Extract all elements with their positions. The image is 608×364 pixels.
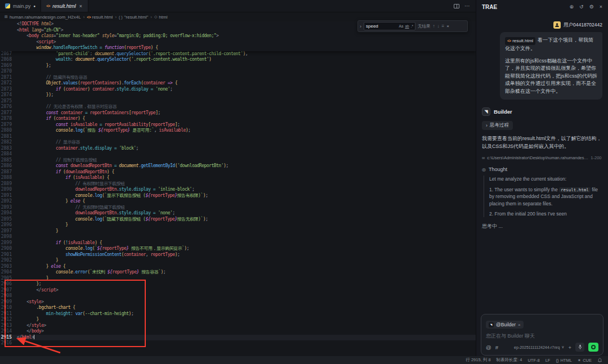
code-line[interactable]: 2879 const isAvailable = reportAvailabil… bbox=[0, 122, 476, 128]
breadcrumb-symbol[interactable]: ( ) "result.html" bbox=[119, 15, 148, 20]
thought-process-toggle[interactable]: › 思考过程 bbox=[482, 121, 513, 130]
match-case-icon[interactable]: Aa bbox=[399, 24, 403, 28]
code-line[interactable]: 2896 } bbox=[0, 222, 476, 228]
sticky-line[interactable]: window.handleReportSwitch = function(rep… bbox=[0, 45, 476, 51]
language-mode[interactable]: {} HTML bbox=[556, 358, 571, 363]
whole-word-icon[interactable]: ab bbox=[405, 24, 409, 28]
code-line[interactable]: 2886 const downloadReportBtn = document.… bbox=[0, 163, 476, 169]
tab-close-icon[interactable]: × bbox=[79, 3, 83, 9]
model-selector[interactable]: ep-20251111124244-r7nrq ∨ bbox=[514, 345, 564, 349]
sticky-line[interactable]: <body class="inner has-header" style="ma… bbox=[0, 33, 476, 39]
history-icon[interactable]: ↺ bbox=[579, 4, 584, 10]
tab-size[interactable]: 制表符长度: 4 bbox=[497, 357, 522, 363]
encoding[interactable]: UTF-8 bbox=[527, 358, 539, 363]
code-line[interactable]: 2874 }); bbox=[0, 92, 476, 98]
file-reference[interactable]: ∞ c:\Users\Administrator\Desktop\human.r… bbox=[482, 155, 602, 160]
code-line[interactable]: 2868 wealth: document.querySelector('.re… bbox=[0, 57, 476, 63]
tab-result-html[interactable]: <> result.html × bbox=[41, 0, 88, 12]
chip-close-icon[interactable]: × bbox=[518, 322, 521, 327]
code-line[interactable]: 2878 if (container) { bbox=[0, 116, 476, 122]
code-line[interactable]: 2885 // 控制下载报告按钮 bbox=[0, 158, 476, 164]
code-line[interactable]: 2888 if (isAvailable) { bbox=[0, 175, 476, 181]
cursor-position[interactable]: 行 2915, 列 8 bbox=[466, 357, 490, 363]
notifications-bell[interactable] bbox=[597, 358, 602, 363]
find-next-icon[interactable]: ↓ bbox=[437, 24, 440, 29]
code-line[interactable]: 2904 console.error(`未找到 ${reportType} 报告… bbox=[0, 269, 476, 276]
code-line[interactable]: 2871 // 隐藏所有报告容器 bbox=[0, 75, 476, 81]
toggle-replace-icon[interactable]: › bbox=[360, 24, 361, 29]
send-button[interactable] bbox=[588, 343, 598, 352]
code-line[interactable]: 2873 if (container) container.style.disp… bbox=[0, 87, 476, 93]
new-chat-icon[interactable]: ⊕ bbox=[570, 4, 574, 10]
code-editor[interactable]: <!DOCTYPE html><html lang="zh-CN"> <body… bbox=[0, 21, 476, 356]
close-panel-icon[interactable]: × bbox=[600, 4, 602, 10]
hashtag-icon[interactable]: # bbox=[495, 344, 498, 350]
code-line[interactable]: 2906 }; bbox=[0, 281, 476, 287]
code-line[interactable]: 2875 bbox=[0, 98, 476, 105]
cue-status[interactable]: ✶ CUE bbox=[578, 358, 592, 363]
context-chip-builder[interactable]: ◥ @Builder × bbox=[486, 321, 524, 329]
code-line[interactable]: 2898 bbox=[0, 234, 476, 240]
code-lines[interactable]: 2867 'parent-child': document.querySelec… bbox=[0, 51, 476, 347]
code-line[interactable]: 2893 // 无权限时隐藏下载按钮 bbox=[0, 205, 476, 211]
code-line[interactable]: 2890 downloadReportBtn.style.display = '… bbox=[0, 187, 476, 193]
chat-input-placeholder[interactable]: 您正在与 Builder 聊天 bbox=[486, 332, 598, 340]
code-line[interactable]: 2915</html> bbox=[0, 335, 476, 341]
find-in-selection-icon[interactable]: ≡ bbox=[442, 24, 445, 29]
code-line[interactable]: 2897 } bbox=[0, 228, 476, 235]
code-line[interactable]: 2867 'parent-child': document.querySelec… bbox=[0, 51, 476, 57]
breadcrumb-file[interactable]: <> result.html bbox=[87, 15, 113, 20]
code-line[interactable]: 2887 if (downloadReportBtn) { bbox=[0, 169, 476, 176]
code-line[interactable]: 2877 const container = reportContainers[… bbox=[0, 110, 476, 116]
split-editor-icon[interactable] bbox=[454, 4, 459, 8]
code-line[interactable]: 2900 console.log(`${reportType} 报告不可用，显示… bbox=[0, 246, 476, 252]
code-line[interactable]: 2895 console.log(`隐藏下载报告按钮 (${reportType… bbox=[0, 217, 476, 223]
code-line[interactable]: 2912 } bbox=[0, 317, 476, 323]
eol[interactable]: LF bbox=[546, 358, 551, 363]
microphone-button[interactable] bbox=[575, 343, 584, 352]
tab-main-py[interactable]: main.py ● bbox=[0, 0, 41, 12]
code-line[interactable]: 2884 bbox=[0, 151, 476, 158]
thought-header[interactable]: ◎ Thought bbox=[482, 167, 602, 172]
chat-input-box[interactable]: ◥ @Builder × 您正在与 Builder 聊天 @ # ep-2025… bbox=[481, 314, 603, 356]
more-actions-icon[interactable]: ⋯ bbox=[464, 3, 471, 9]
code-line[interactable]: 2914 </body> bbox=[0, 329, 476, 335]
find-previous-icon[interactable]: ↑ bbox=[433, 24, 435, 29]
add-context-icon[interactable]: + bbox=[568, 344, 571, 350]
code-line[interactable]: 2869 }; bbox=[0, 63, 476, 69]
code-line[interactable]: 2913 </style> bbox=[0, 323, 476, 329]
code-line[interactable]: 2882 // 显示容器 bbox=[0, 140, 476, 146]
breadcrumb-element[interactable]: ◇ html bbox=[154, 15, 168, 20]
code-line[interactable]: 2903 } else { bbox=[0, 264, 476, 270]
sticky-line[interactable]: <script> bbox=[0, 39, 476, 46]
code-line[interactable]: 2892 } else { bbox=[0, 199, 476, 205]
regex-icon[interactable]: .* bbox=[411, 24, 413, 28]
breadcrumb-separator: › bbox=[83, 15, 85, 20]
code-line[interactable]: 2876 // 无论是否有权限，都显示对应容器 bbox=[0, 104, 476, 110]
code-line[interactable]: 2872 Object.values(reportContainers).for… bbox=[0, 80, 476, 87]
code-line[interactable]: 2901 showNoPermissionContent(container, … bbox=[0, 252, 476, 258]
code-line[interactable]: 2881 bbox=[0, 134, 476, 140]
code-line[interactable]: 2905 } bbox=[0, 276, 476, 282]
find-close-icon[interactable]: × bbox=[446, 24, 449, 29]
code-line[interactable]: 2889 // 有权限时显示下载按钮 bbox=[0, 181, 476, 187]
tab-bar-actions: ⋯ bbox=[454, 0, 476, 12]
code-line[interactable]: 2909 <style> bbox=[0, 299, 476, 305]
code-line[interactable]: 2916 bbox=[0, 340, 476, 347]
code-line[interactable]: 2894 downloadReportBtn.style.display = '… bbox=[0, 210, 476, 217]
code-line[interactable]: 2870 bbox=[0, 69, 476, 75]
code-line[interactable]: 2907 </script> bbox=[0, 287, 476, 294]
find-input[interactable]: speed Aa ab .* bbox=[364, 22, 415, 30]
code-line[interactable]: 2891 console.log(`显示下载报告按钮 (${reportType… bbox=[0, 193, 476, 199]
code-line[interactable]: 2911 min-height: var(--chart-min-height)… bbox=[0, 311, 476, 317]
file-chip[interactable]: <>result.html bbox=[505, 37, 535, 45]
mention-icon[interactable]: @ bbox=[486, 344, 491, 350]
code-line[interactable]: 2883 container.style.display = 'block'; bbox=[0, 146, 476, 152]
code-line[interactable]: 2910 .bgchart-chart { bbox=[0, 305, 476, 311]
settings-icon[interactable]: ⚙ bbox=[589, 4, 594, 10]
code-line[interactable]: 2899 if (!isAvailable) { bbox=[0, 240, 476, 246]
code-line[interactable]: 2880 console.log(`报告 ${reportType} 是否可用:… bbox=[0, 128, 476, 134]
code-line[interactable]: 2902 } bbox=[0, 258, 476, 264]
code-line[interactable]: 2908 bbox=[0, 293, 476, 299]
breadcrumb-workspace[interactable]: ⊞ human.rahumandesign.com_H2x4L bbox=[5, 15, 81, 20]
